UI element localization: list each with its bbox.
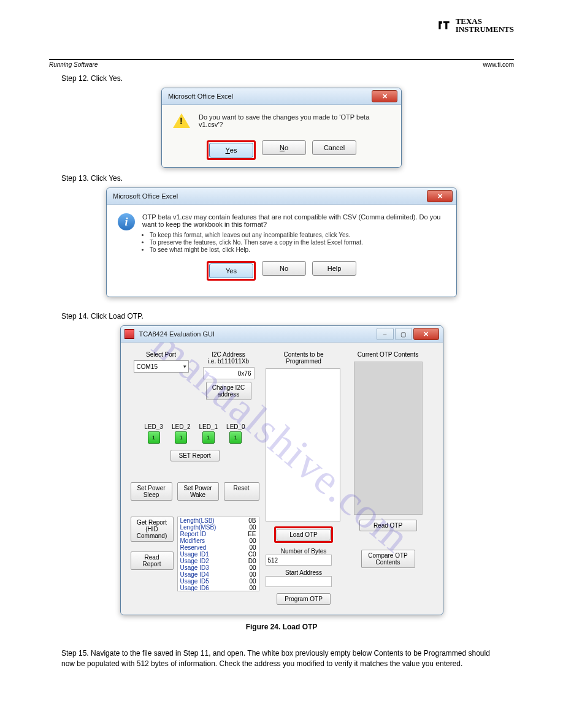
ti-logo-icon — [436, 17, 452, 33]
start-addr-input[interactable] — [266, 576, 332, 587]
i2c-label: I2C Addressi.e. b111011Xb — [208, 351, 249, 365]
led-indicator[interactable]: 1 — [202, 431, 215, 444]
dialog1-title: Microsoft Office Excel — [166, 93, 372, 100]
yes-button[interactable]: Yes — [209, 264, 253, 278]
set-report-button[interactable]: SET Report — [170, 450, 220, 461]
section-title: Running Software — [49, 61, 98, 68]
spacer — [355, 590, 421, 601]
list-item[interactable]: Report IDEE — [178, 531, 259, 537]
step-15: Step 15. Navigate to the file saved in S… — [61, 648, 502, 669]
help-button[interactable]: Help — [312, 261, 356, 276]
list-item[interactable]: Modifiers00 — [178, 537, 259, 544]
highlight-box: Load OTP — [274, 526, 333, 543]
step-13: Step 13. Click Yes. — [61, 174, 514, 183]
compare-otp-button[interactable]: Compare OTP Contents — [361, 550, 415, 568]
i2c-address-input[interactable]: 0x76 — [203, 367, 255, 379]
highlight-box: Yes — [207, 261, 256, 281]
change-i2c-button[interactable]: Change I2C address — [206, 382, 251, 400]
reset-button[interactable]: Reset — [224, 482, 259, 501]
read-report-button[interactable]: Read Report — [131, 552, 174, 570]
current-otp-listbox[interactable] — [354, 362, 423, 515]
highlight-box: Yes — [207, 140, 256, 160]
site-link[interactable]: www.ti.com — [483, 61, 514, 68]
brand-header: TEXAS INSTRUMENTS — [436, 17, 514, 33]
close-icon[interactable]: ✕ — [413, 328, 439, 340]
step-12: Step 12. Click Yes. — [61, 74, 514, 83]
list-item[interactable]: Usage ID500 — [178, 578, 259, 585]
warning-icon — [173, 113, 190, 128]
minimize-icon[interactable]: – — [377, 328, 394, 340]
select-port-label: Select Port — [146, 351, 176, 358]
list-item[interactable]: Length(LSB)0B — [178, 517, 259, 524]
program-otp-button[interactable]: Program OTP — [277, 593, 331, 605]
num-bytes-input[interactable]: 512 — [266, 555, 332, 566]
led-label: LED_2 — [172, 423, 191, 430]
dialog2-message: OTP beta v1.csv may contain features tha… — [142, 213, 445, 228]
load-otp-button[interactable]: Load OTP — [277, 529, 331, 540]
start-addr-label: Start Address — [266, 569, 342, 576]
no-button[interactable]: No — [262, 261, 306, 276]
get-report-button[interactable]: Get Report (HID Command) — [131, 517, 174, 542]
contents-listbox[interactable] — [266, 368, 340, 521]
led-indicator[interactable]: 1 — [175, 431, 187, 444]
led-label: LED_0 — [226, 423, 245, 430]
list-item[interactable]: Length(MSB)00 — [178, 524, 259, 531]
led-label: LED_3 — [144, 423, 163, 430]
port-combo[interactable]: COM15 — [134, 360, 189, 373]
rule-top — [49, 59, 514, 60]
yes-button[interactable]: Yes — [209, 143, 253, 157]
app-window: TCA8424 Evaluation GUI – ▢ ✕ Select Port… — [120, 325, 443, 615]
step-14: Step 14. Click Load OTP. — [61, 312, 514, 320]
close-icon[interactable]: ✕ — [427, 190, 453, 202]
app-icon — [124, 329, 134, 339]
num-bytes-label: Number of Bytes — [266, 548, 342, 555]
list-item[interactable]: Reserved00 — [178, 544, 259, 551]
dialog-csv-compat: Microsoft Office Excel ✕ i OTP beta v1.c… — [106, 188, 457, 297]
led-indicator[interactable]: 1 — [229, 431, 242, 444]
set-power-wake-button[interactable]: Set Power Wake — [177, 482, 219, 501]
list-item[interactable]: Usage ID2D0 — [178, 558, 259, 564]
list-item[interactable]: Usage ID400 — [178, 571, 259, 578]
dialog2-bullets: To keep this format, which leaves out an… — [142, 232, 445, 253]
read-otp-button[interactable]: Read OTP — [359, 520, 417, 531]
report-list[interactable]: Length(LSB)0BLength(MSB)00Report IDEEMod… — [177, 517, 259, 591]
list-item[interactable]: Usage ID300 — [178, 564, 259, 571]
set-power-sleep-button[interactable]: Set Power Sleep — [131, 482, 172, 501]
dialog1-message: Do you want to save the changes you made… — [199, 113, 390, 128]
brand-line2: INSTRUMENTS — [456, 25, 514, 33]
cancel-button[interactable]: Cancel — [312, 140, 356, 155]
info-icon: i — [118, 213, 135, 230]
led-label: LED_1 — [199, 423, 218, 430]
list-item[interactable]: Usage ID600 — [178, 585, 259, 591]
led-indicator[interactable]: 1 — [148, 431, 160, 444]
close-icon[interactable]: ✕ — [372, 90, 397, 102]
list-item[interactable]: Usage ID1C0 — [178, 551, 259, 558]
dialog2-title: Microsoft Office Excel — [110, 192, 427, 200]
maximize-icon[interactable]: ▢ — [395, 328, 412, 340]
no-button[interactable]: No — [262, 140, 306, 155]
dialog-save-changes: Microsoft Office Excel ✕ Do you want to … — [161, 88, 402, 168]
contents-label: Contents to be Programmed — [266, 351, 342, 365]
current-otp-label: Current OTP Contents — [358, 351, 418, 358]
figure-caption: Figure 24. Load OTP — [49, 623, 514, 631]
app-title: TCA8424 Evaluation GUI — [137, 330, 375, 338]
